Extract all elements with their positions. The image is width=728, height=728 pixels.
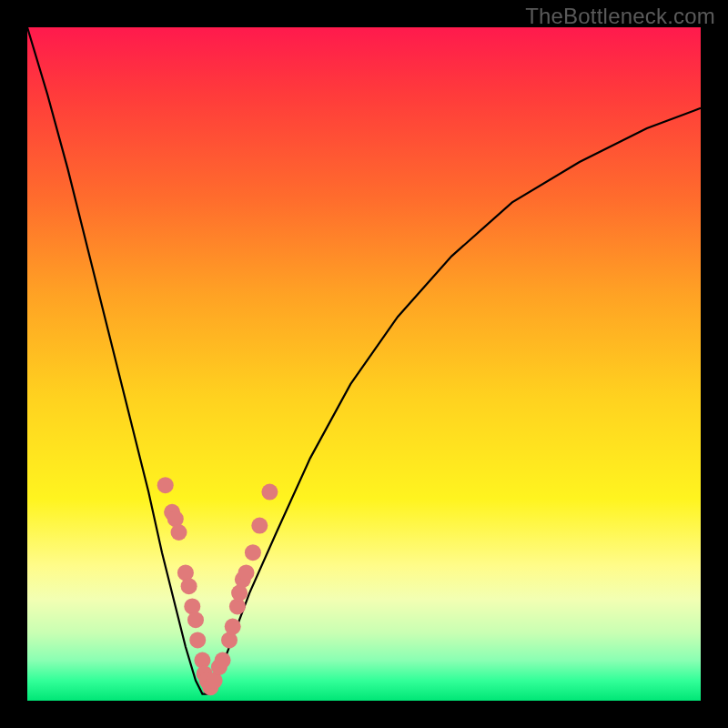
data-point [157, 477, 174, 493]
data-point [189, 632, 206, 648]
data-point [171, 524, 187, 541]
data-point [261, 484, 278, 500]
data-point [245, 544, 261, 561]
data-point [238, 564, 255, 581]
bottleneck-curve [27, 27, 701, 694]
data-point [181, 578, 197, 594]
data-point [225, 619, 241, 635]
data-point [187, 612, 204, 628]
watermark-text: TheBottleneck.com [525, 4, 715, 29]
data-point [251, 518, 268, 534]
data-points-group [157, 477, 278, 695]
chart-frame: TheBottleneck.com [0, 0, 728, 728]
chart-svg [27, 27, 701, 701]
data-point [215, 652, 231, 669]
